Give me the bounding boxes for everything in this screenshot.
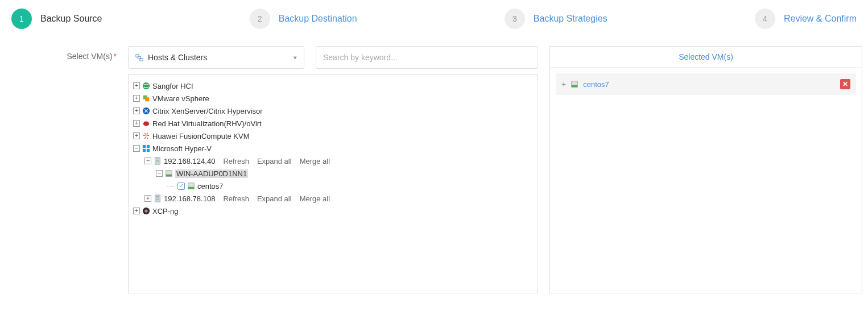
step-number-1: 1 [11, 9, 32, 29]
tree-node-citrix[interactable]: + Citrix XenServer/Citrix Hypervisor [131, 105, 535, 117]
expand-all-link[interactable]: Expand all [257, 157, 292, 165]
redhat-icon [142, 119, 150, 127]
expand-all-link[interactable]: Expand all [257, 194, 292, 203]
step-number-4: 4 [755, 9, 775, 29]
svg-rect-13 [155, 157, 160, 164]
step-label-2: Backup Destination [279, 14, 357, 24]
svg-rect-5 [145, 97, 149, 101]
step-backup-strategies[interactable]: 3 Backup Strategies [505, 9, 607, 29]
tree-node-sangfor[interactable]: + Sangfor HCI [131, 80, 535, 92]
selected-vm-item: + centos7 ✕ [556, 73, 856, 95]
tree-node-vm-centos7[interactable]: centos7 [131, 180, 535, 192]
sangfor-icon [142, 82, 150, 90]
select-vms-label: Select VM(s)* [6, 46, 117, 61]
xcpng-icon [142, 207, 150, 215]
refresh-link[interactable]: Refresh [223, 194, 249, 203]
merge-all-link[interactable]: Merge all [300, 157, 330, 165]
selected-vms-panel: Selected VM(s) + centos7 ✕ [549, 46, 862, 293]
svg-rect-18 [166, 175, 172, 177]
expand-icon[interactable]: + [133, 95, 140, 102]
expand-icon[interactable]: + [144, 195, 151, 202]
step-label-1: Backup Source [40, 14, 102, 24]
tree-node-xcpng[interactable]: + XCP-ng [131, 205, 535, 217]
expand-selected-icon[interactable]: + [561, 80, 566, 89]
expand-icon[interactable]: + [133, 208, 140, 214]
step-backup-source[interactable]: 1 Backup Source [11, 9, 102, 29]
expand-icon[interactable]: + [133, 82, 140, 89]
tree-node-redhat[interactable]: + Red Hat Virtualization(RHV)/oVirt [131, 117, 535, 130]
refresh-link[interactable]: Refresh [223, 157, 249, 165]
svg-rect-9 [143, 145, 146, 148]
hyperv-icon [142, 144, 150, 152]
dropdown-label: Hosts & Clusters [148, 53, 207, 62]
svg-point-8 [144, 122, 149, 124]
search-input[interactable] [316, 46, 538, 69]
expand-icon[interactable]: + [133, 132, 140, 139]
chevron-down-icon: ▾ [294, 54, 297, 61]
collapse-icon[interactable]: − [144, 157, 151, 164]
collapse-icon[interactable]: − [133, 145, 140, 152]
hosts-clusters-icon [135, 53, 143, 61]
citrix-icon [142, 107, 150, 115]
svg-point-3 [143, 82, 150, 89]
host-icon [154, 194, 162, 202]
svg-rect-11 [143, 149, 146, 152]
vm-icon [187, 182, 195, 190]
svg-rect-28 [572, 85, 578, 88]
tree-node-huawei[interactable]: + Huawei FusionCompute KVM [131, 130, 535, 142]
merge-all-link[interactable]: Merge all [300, 194, 330, 203]
wizard-steps: 1 Backup Source 2 Backup Destination 3 B… [0, 0, 868, 46]
svg-rect-12 [147, 149, 150, 152]
vmware-icon [142, 94, 150, 102]
huawei-icon [142, 132, 150, 140]
step-label-3: Backup Strategies [534, 14, 607, 24]
svg-rect-21 [155, 195, 160, 202]
tree-connector [167, 186, 175, 186]
expand-icon[interactable]: + [133, 120, 140, 127]
tree-node-host-1[interactable]: − 192.168.124.40 Refresh Expand all Merg… [131, 155, 535, 167]
step-number-2: 2 [250, 9, 270, 29]
tree-node-hyperv[interactable]: − Microsoft Hyper-V [131, 142, 535, 155]
tree-node-win-host[interactable]: − WIN-AADUP0D1NN1 [131, 167, 535, 180]
step-backup-destination[interactable]: 2 Backup Destination [250, 9, 357, 29]
tree-node-vmware[interactable]: + VMware vSphere [131, 92, 535, 105]
selected-vm-label: centos7 [583, 80, 609, 89]
svg-rect-20 [188, 187, 195, 189]
vm-icon [571, 80, 578, 88]
server-icon [165, 169, 173, 177]
step-number-3: 3 [505, 9, 525, 29]
required-indicator: * [114, 52, 117, 61]
tree-node-host-2[interactable]: + 192.168.78.108 Refresh Expand all Merg… [131, 192, 535, 205]
host-icon [154, 157, 162, 165]
vm-tree: + Sangfor HCI + VMware vSphere + Citrix … [128, 74, 538, 293]
step-review-confirm[interactable]: 4 Review & Confirm [755, 9, 857, 29]
hosts-clusters-dropdown[interactable]: Hosts & Clusters ▾ [128, 46, 304, 69]
step-label-4: Review & Confirm [784, 14, 857, 24]
svg-point-26 [144, 209, 147, 212]
vm-checkbox[interactable] [177, 183, 185, 190]
svg-rect-10 [147, 145, 150, 148]
selected-vms-header: Selected VM(s) [550, 47, 862, 68]
remove-selected-button[interactable]: ✕ [840, 79, 850, 89]
collapse-icon[interactable]: − [156, 170, 163, 177]
expand-icon[interactable]: + [133, 107, 140, 114]
